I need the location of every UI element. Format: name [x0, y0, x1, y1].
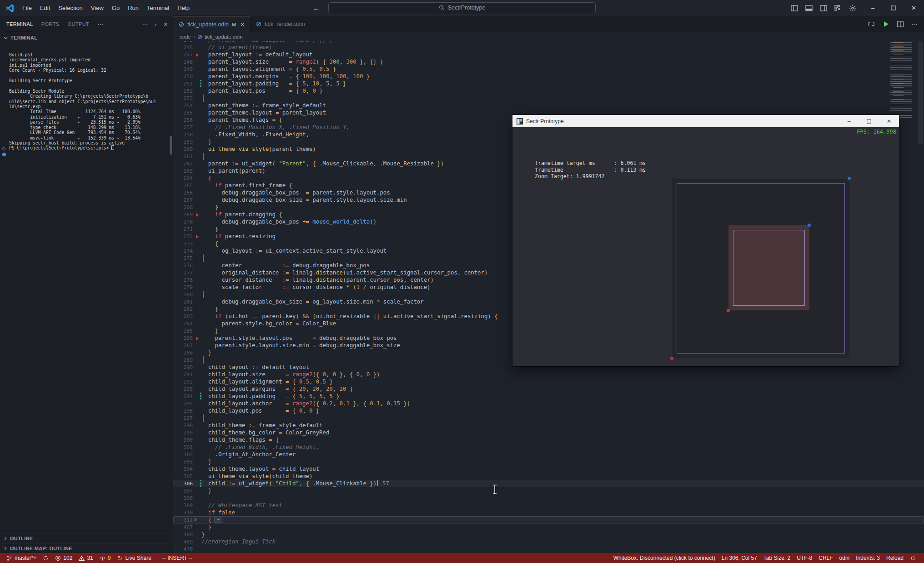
line-number[interactable]: 245 — [173, 41, 201, 43]
line-number[interactable]: 284 — [173, 321, 201, 327]
menu-item-edit[interactable]: Edit — [36, 0, 54, 16]
fold-chevron-icon[interactable] — [193, 518, 197, 522]
line-number[interactable]: 276 — [173, 263, 201, 269]
code-line-470[interactable]: 470 — [173, 545, 924, 553]
line-number[interactable]: 255 — [173, 110, 201, 116]
line-number[interactable]: 271 — [173, 226, 201, 232]
code-line-469[interactable]: 469//endregion Imgui Tick — [173, 538, 924, 545]
status-item-notifications[interactable] — [907, 553, 919, 563]
line-number[interactable]: 306 — [173, 481, 201, 487]
panel-more-actions-icon[interactable]: ⋯ — [142, 21, 148, 28]
line-number[interactable]: 275 — [173, 255, 201, 261]
line-number[interactable]: 300 — [173, 437, 201, 443]
code-line-249[interactable]: 249 parent_layout.alignment = { 0.5, 0.5… — [173, 65, 924, 73]
line-number[interactable]: 470 — [173, 546, 201, 552]
code-line-247[interactable]: 247 parent_layout := default_layout — [173, 51, 924, 58]
line-number[interactable]: 283 — [173, 314, 201, 319]
app-close-button[interactable]: ✕ — [879, 115, 899, 127]
line-number[interactable]: 266 — [173, 190, 201, 196]
line-number[interactable]: 257 — [173, 125, 201, 130]
line-number[interactable]: 264 — [173, 175, 201, 181]
status-item-branch[interactable]: master*+ — [4, 553, 39, 563]
editor-tab-tick_render-odin[interactable]: tick_render.odin — [251, 16, 311, 32]
line-number[interactable]: 252 — [173, 88, 201, 94]
sectr-prototype-window[interactable]: Sectr Prototype – ✕ FPS: 164.998 frameti… — [512, 115, 899, 366]
line-number[interactable]: 296 — [173, 408, 201, 414]
line-number[interactable]: 248 — [173, 59, 201, 65]
code-line-309[interactable]: 309 // Whitespace AST test — [173, 502, 924, 509]
command-decoration-active-icon[interactable] — [2, 153, 6, 156]
line-number[interactable]: 258 — [173, 132, 201, 138]
breadcrumb-file[interactable]: tick_update.odin — [205, 34, 243, 40]
line-number[interactable]: 279 — [173, 284, 201, 290]
panel-tab-terminal[interactable]: TERMINAL — [6, 16, 33, 32]
corner-handle-dot-red[interactable] — [670, 357, 673, 360]
status-item-utf-8[interactable]: UTF-8 — [794, 553, 815, 563]
code-line-251[interactable]: 251 parent_layout.padding = { 5, 10, 5, … — [173, 80, 924, 87]
line-number[interactable]: 268 — [173, 204, 201, 210]
panel-close-icon[interactable]: ✕ — [163, 21, 168, 28]
line-number[interactable]: 290 — [173, 364, 201, 370]
line-number[interactable]: 270 — [173, 219, 201, 225]
code-line-307[interactable]: 307 } — [173, 487, 924, 494]
line-number[interactable]: 289 — [173, 357, 201, 363]
line-number[interactable]: 281 — [173, 299, 201, 305]
code-line-468[interactable]: 468} — [173, 531, 924, 538]
line-number[interactable]: 288 — [173, 350, 201, 356]
more-actions-icon[interactable]: ⋯ — [911, 20, 918, 28]
code-line-310[interactable]: 310 if false — [173, 509, 924, 516]
status-item-warning[interactable]: 31 — [76, 553, 95, 563]
code-line-296[interactable]: 296 child_layout.pos = { 0, 0 } — [173, 407, 924, 414]
code-line-305[interactable]: 305 ui_theme_via_style(child_theme) — [173, 473, 924, 480]
line-number[interactable]: 287 — [173, 343, 201, 349]
panel-chevron-icon[interactable]: › — [155, 21, 157, 28]
line-number[interactable]: 250 — [173, 74, 201, 80]
menu-item-terminal[interactable]: Terminal — [143, 0, 173, 16]
menu-item-go[interactable]: Go — [108, 0, 124, 16]
line-number[interactable]: 285 — [173, 328, 201, 334]
toggle-sidebar-icon[interactable] — [791, 5, 798, 12]
code-line-298[interactable]: 298 child_theme := frame_style_default — [173, 422, 924, 429]
command-decoration-icon[interactable] — [2, 147, 5, 150]
split-editor-icon[interactable] — [897, 20, 904, 28]
line-number[interactable]: 246 — [173, 45, 201, 50]
status-item-crlf[interactable]: CRLF — [816, 553, 835, 563]
code-line-292[interactable]: 292 child_layout.alignment = { 0.5, 0.5 … — [173, 378, 924, 385]
close-button[interactable]: ✕ — [904, 0, 924, 16]
line-number[interactable]: 273 — [173, 241, 201, 247]
line-number[interactable]: 305 — [173, 473, 201, 479]
code-line-306[interactable]: 306 child := ui_widget( "Child", { .Mous… — [173, 480, 924, 487]
line-number[interactable]: 254 — [173, 103, 201, 109]
status-item-ln-306-col-57[interactable]: Ln 306, Col 57 — [719, 553, 760, 563]
gutter-arrow-icon[interactable] — [196, 53, 199, 57]
command-center-search[interactable]: SectrPrototype — [328, 2, 596, 13]
line-number[interactable]: 280 — [173, 292, 201, 298]
code-line-253[interactable]: 253 — [173, 95, 924, 102]
code-line-308[interactable]: 308 — [173, 494, 924, 502]
status-item-indents-3[interactable]: Indents: 3 — [853, 553, 883, 563]
code-line-301[interactable]: 301 // .Fixed_Width, .Fixed_Height, — [173, 443, 924, 451]
line-number[interactable]: 249 — [173, 66, 201, 72]
menu-item-run[interactable]: Run — [124, 0, 143, 16]
line-number[interactable]: 251 — [173, 81, 201, 87]
code-line-246[interactable]: 246 // ui_parent(frame) — [173, 44, 924, 51]
code-line-303[interactable]: 303 } — [173, 458, 924, 465]
folded-code-pill[interactable]: ⋯ — [214, 517, 222, 523]
gutter-arrow-icon[interactable] — [196, 337, 199, 340]
editor-scrollbar[interactable] — [917, 41, 924, 553]
gutter-change-bar[interactable] — [200, 80, 201, 87]
line-number[interactable]: 308 — [173, 495, 201, 501]
menu-item-selection[interactable]: Selection — [54, 0, 86, 16]
line-number[interactable]: 261 — [173, 154, 201, 159]
tab-close-icon[interactable]: ✕ — [240, 21, 245, 28]
line-number[interactable]: 282 — [173, 306, 201, 312]
status-item-error[interactable]: 102 — [52, 553, 75, 563]
line-number[interactable]: 294 — [173, 394, 201, 399]
line-number[interactable]: 310 — [173, 510, 201, 516]
line-number[interactable]: 469 — [173, 539, 201, 545]
customize-layout-icon[interactable] — [834, 5, 842, 12]
code-line-248[interactable]: 248 parent_layout.size = range2( { 300, … — [173, 58, 924, 65]
code-line-295[interactable]: 295 child_layout.anchor = range2({ 0.2, … — [173, 400, 924, 407]
line-number[interactable]: 301 — [173, 444, 201, 450]
app-maximize-button[interactable] — [859, 115, 879, 127]
